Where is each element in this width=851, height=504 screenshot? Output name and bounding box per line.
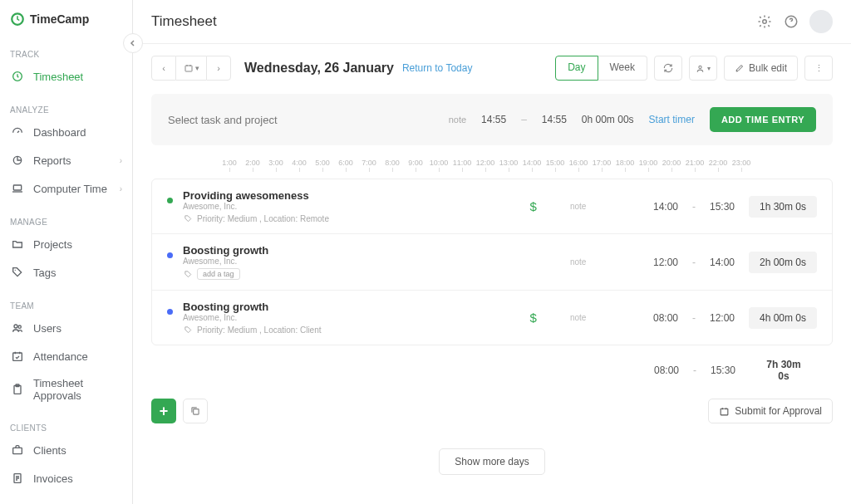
tag-icon [183,325,193,335]
clipboard-icon [10,382,25,397]
sidebar-item-label: Reports [33,154,71,167]
ruler-tick: 5:00 [311,159,334,167]
dashboard-icon [10,125,25,139]
sidebar-collapse-button[interactable] [123,33,143,53]
ruler-tick: 1:00 [218,159,241,167]
sidebar-section-clients: CLIENTS [0,418,132,436]
sidebar-item-label: Invoices [33,472,73,485]
sidebar-item-projects[interactable]: Projects [0,230,132,258]
select-task-field[interactable]: Select task and project [168,114,278,126]
user-filter-button[interactable]: ▾ [689,56,717,81]
new-entry-duration: 0h 00m 00s [582,114,634,125]
sidebar-item-timesheet[interactable]: Timesheet [0,62,132,91]
current-date: Wednesday, 26 January [244,61,394,76]
settings-button[interactable] [756,13,773,30]
sidebar-item-timesheet-approvals[interactable]: Timesheet Approvals [0,370,132,409]
chevron-left-icon [129,39,137,47]
more-options-button[interactable]: ⋮ [804,56,833,81]
sidebar-section-team: TEAM [0,296,132,314]
ruler-tick: 17:00 [590,159,613,167]
sidebar-item-label: Projects [33,238,72,251]
return-to-today-link[interactable]: Return to Today [402,62,473,74]
time-to-input[interactable]: 14:55 [542,114,567,125]
entry-duration: 1h 30m 0s [749,196,817,218]
entry-subtitle: Awesome, Inc. [183,313,465,322]
entry-subtitle: Awesome, Inc. [183,202,465,211]
sidebar-item-tags[interactable]: Tags [0,258,132,286]
svg-rect-10 [13,448,22,453]
calendar-picker-button[interactable]: ▾ [176,56,206,81]
ruler-tick: 4:00 [288,159,311,167]
entry-note-link[interactable]: note [570,202,586,211]
help-button[interactable] [783,13,799,30]
chevron-right-icon: › [217,63,220,73]
refresh-icon [662,62,674,74]
clock-icon [10,69,25,84]
svg-rect-16 [194,409,199,414]
dash: - [692,257,696,268]
sidebar-item-computer-time[interactable]: Computer Time › [0,174,132,203]
entry-title: Boosting growth [183,301,465,313]
entry-from[interactable]: 08:00 [651,312,681,324]
sidebar-item-reports[interactable]: Reports › [0,146,132,174]
refresh-button[interactable] [654,56,682,81]
time-entry-row[interactable]: Providing awesomeness Awesome, Inc. Prio… [152,179,832,234]
tag-icon [183,213,193,223]
submit-for-approval-button[interactable]: Submit for Approval [708,399,833,423]
entry-to[interactable]: 15:30 [707,201,737,213]
entry-note-link[interactable]: note [570,313,586,322]
dash: – [521,114,527,125]
ruler-tick: 18:00 [613,159,637,167]
time-entry-row[interactable]: Boosting growth Awesome, Inc. add a tag … [152,234,832,291]
more-vertical-icon: ⋮ [814,63,824,74]
entry-to[interactable]: 12:00 [707,312,737,324]
billable-icon[interactable]: $ [530,311,537,325]
billable-icon[interactable]: $ [530,199,537,213]
time-entry-row[interactable]: Boosting growth Awesome, Inc. Priority: … [152,291,832,345]
brand-logo[interactable]: TimeCamp [0,0,132,35]
ruler-tick: 11:00 [450,159,474,167]
add-time-entry-button[interactable]: ADD TIME ENTRY [710,107,816,132]
svg-point-12 [763,20,767,24]
help-icon [784,14,799,29]
timeline-ruler: 1:00 2:00 3:00 4:00 5:00 6:00 7:00 8:00 … [151,155,833,179]
entry-from[interactable]: 14:00 [651,201,681,213]
ruler-tick: 12:00 [474,159,497,167]
view-day-button[interactable]: Day [555,56,598,81]
entry-title: Providing awesomeness [183,189,465,202]
entry-from[interactable]: 12:00 [651,257,681,268]
add-tag-button[interactable]: add a tag [197,268,240,280]
sidebar-item-invoices[interactable]: Invoices [0,464,132,492]
ruler-tick: 14:00 [520,159,544,167]
show-more-days-button[interactable]: Show more days [439,448,544,475]
note-link[interactable]: note [449,115,466,125]
add-entry-plus-button[interactable]: + [151,399,176,423]
users-icon [10,321,25,335]
svg-rect-3 [13,185,21,190]
user-avatar[interactable] [809,10,833,33]
chevron-right-icon: › [120,184,122,193]
entry-to[interactable]: 14:00 [707,257,737,268]
entry-note-link[interactable]: note [570,257,586,267]
invoice-icon [10,471,25,486]
dash: - [692,312,696,324]
page-title: Timesheet [151,13,217,30]
sidebar-item-dashboard[interactable]: Dashboard [0,118,132,146]
view-week-button[interactable]: Week [598,56,647,81]
bulk-edit-button[interactable]: Bulk edit [724,56,798,81]
sidebar-item-users[interactable]: Users [0,314,132,342]
copy-button[interactable] [183,399,208,423]
sidebar-item-attendance[interactable]: Attendance [0,342,132,370]
next-day-button[interactable]: › [206,56,231,81]
entry-dot [167,252,173,258]
date-nav-group: ‹ ▾ › [151,56,231,81]
pencil-icon [735,63,745,73]
ruler-tick: 21:00 [683,159,706,167]
time-from-input[interactable]: 14:55 [481,114,506,125]
submit-label: Submit for Approval [735,405,822,417]
sidebar-item-clients[interactable]: Clients [0,436,132,464]
start-timer-link[interactable]: Start timer [649,114,695,125]
ruler-tick: 9:00 [404,159,427,167]
prev-day-button[interactable]: ‹ [151,56,176,81]
svg-rect-7 [13,353,22,360]
